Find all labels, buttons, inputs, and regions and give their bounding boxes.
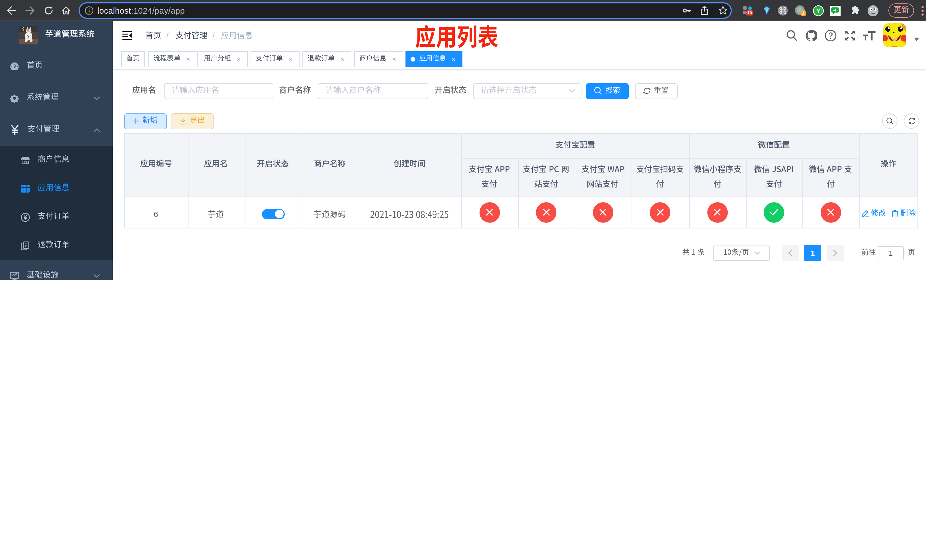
svg-text:10: 10 [747,10,752,15]
svg-text:1: 1 [802,11,804,15]
